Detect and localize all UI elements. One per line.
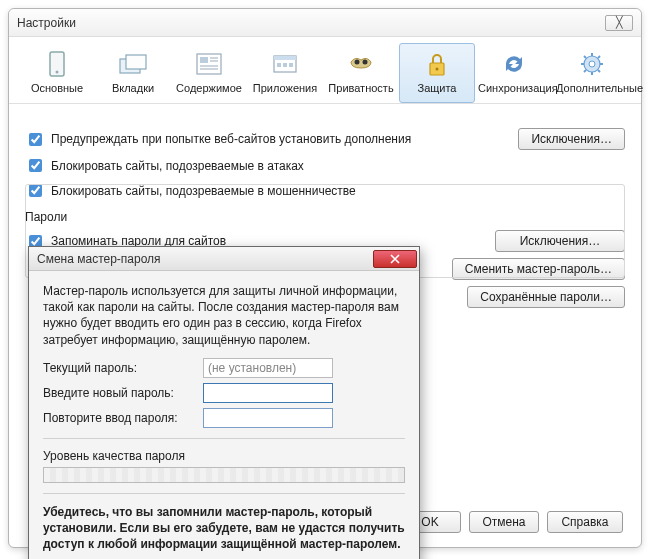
passwords-heading: Пароли — [25, 210, 625, 224]
change-master-password-dialog: Смена мастер-пароля Мастер-пароль исполь… — [28, 246, 420, 559]
dialog-titlebar: Смена мастер-пароля — [29, 247, 419, 271]
addons-exceptions-button[interactable]: Исключения… — [518, 128, 625, 150]
applications-icon — [269, 50, 301, 78]
tab-tabs[interactable]: Вкладки — [95, 43, 171, 103]
tab-advanced[interactable]: Дополнительные — [553, 43, 631, 103]
svg-point-18 — [436, 68, 439, 71]
block-attack-checkbox[interactable]: Блокировать сайты, подозреваемые в атака… — [25, 156, 304, 175]
dialog-warning-text: Убедитесь, что вы запомнили мастер-парол… — [43, 504, 405, 553]
dialog-body: Мастер-пароль используется для защиты ли… — [29, 271, 419, 559]
window-title: Настройки — [17, 16, 605, 30]
svg-rect-12 — [277, 63, 281, 67]
svg-rect-11 — [274, 56, 296, 60]
svg-rect-3 — [126, 55, 146, 69]
repeat-password-label: Повторите ввод пароля: — [43, 411, 203, 425]
password-quality-label: Уровень качества пароля — [43, 449, 405, 463]
settings-help-button[interactable]: Справка — [547, 511, 623, 533]
svg-point-20 — [589, 61, 595, 67]
svg-point-1 — [56, 71, 59, 74]
svg-rect-13 — [283, 63, 287, 67]
block-fraud-checkbox[interactable]: Блокировать сайты, подозреваемые в мошен… — [25, 181, 356, 200]
sync-icon — [498, 50, 530, 78]
new-password-label: Введите новый пароль: — [43, 386, 203, 400]
window-close-button[interactable]: ╳ — [605, 15, 633, 31]
tab-applications[interactable]: Приложения — [247, 43, 323, 103]
current-password-field — [203, 358, 333, 378]
gear-icon — [576, 50, 608, 78]
titlebar: Настройки ╳ — [9, 9, 641, 37]
close-icon — [390, 254, 400, 264]
password-quality-meter — [43, 467, 405, 483]
privacy-icon — [345, 50, 377, 78]
passwords-exceptions-button[interactable]: Исключения… — [495, 230, 625, 252]
tab-content[interactable]: Содержимое — [171, 43, 247, 103]
current-password-label: Текущий пароль: — [43, 361, 203, 375]
saved-passwords-button[interactable]: Сохранённые пароли… — [467, 286, 625, 308]
svg-point-15 — [355, 60, 360, 65]
new-password-field[interactable] — [203, 383, 333, 403]
warn-addons-input[interactable] — [29, 133, 42, 146]
tab-general[interactable]: Основные — [19, 43, 95, 103]
tab-privacy[interactable]: Приватность — [323, 43, 399, 103]
category-toolbar: Основные Вкладки Содержимое Приложения П… — [9, 37, 641, 104]
dialog-intro-text: Мастер-пароль используется для защиты ли… — [43, 283, 405, 348]
tabs-icon — [117, 50, 149, 78]
tab-security[interactable]: Защита — [399, 43, 475, 103]
svg-point-16 — [363, 60, 368, 65]
settings-cancel-button[interactable]: Отмена — [469, 511, 539, 533]
general-icon — [41, 50, 73, 78]
close-icon: ╳ — [616, 16, 623, 29]
lock-icon — [421, 50, 453, 78]
svg-line-27 — [598, 56, 600, 58]
block-fraud-input[interactable] — [29, 184, 42, 197]
svg-line-26 — [598, 70, 600, 72]
svg-line-28 — [584, 70, 586, 72]
svg-rect-14 — [289, 63, 293, 67]
svg-line-25 — [584, 56, 586, 58]
dialog-title: Смена мастер-пароля — [37, 252, 373, 266]
change-master-password-button[interactable]: Сменить мастер-пароль… — [452, 258, 625, 280]
block-attack-input[interactable] — [29, 159, 42, 172]
content-icon — [193, 50, 225, 78]
svg-rect-5 — [200, 57, 208, 63]
repeat-password-field[interactable] — [203, 408, 333, 428]
dialog-close-button[interactable] — [373, 250, 417, 268]
tab-sync[interactable]: Синхронизация — [475, 43, 553, 103]
warn-addons-checkbox[interactable]: Предупреждать при попытке веб-сайтов уст… — [25, 130, 411, 149]
settings-footer-buttons: OK Отмена Справка — [399, 511, 623, 533]
